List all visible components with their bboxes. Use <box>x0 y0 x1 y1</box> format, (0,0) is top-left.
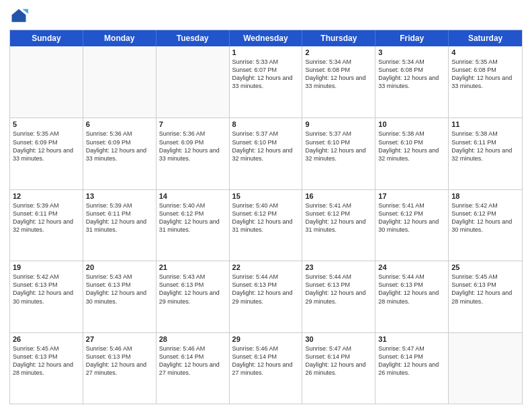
day-number: 19 <box>13 263 80 271</box>
day-info: Sunrise: 5:46 AM Sunset: 6:13 PM Dayligh… <box>86 345 153 377</box>
calendar-day-5: 5Sunrise: 5:35 AM Sunset: 6:09 PM Daylig… <box>10 118 83 189</box>
day-number: 31 <box>378 335 445 343</box>
day-info: Sunrise: 5:43 AM Sunset: 6:13 PM Dayligh… <box>159 273 226 306</box>
day-info: Sunrise: 5:45 AM Sunset: 6:13 PM Dayligh… <box>451 273 519 306</box>
header-day-wednesday: Wednesday <box>230 30 303 46</box>
day-number: 8 <box>232 120 300 128</box>
calendar-empty-cell <box>83 46 157 118</box>
day-number: 20 <box>86 263 153 271</box>
calendar-body: 1Sunrise: 5:33 AM Sunset: 6:07 PM Daylig… <box>10 46 522 404</box>
header-day-thursday: Thursday <box>302 30 375 46</box>
day-number: 1 <box>232 48 300 56</box>
calendar-day-28: 28Sunrise: 5:46 AM Sunset: 6:14 PM Dayli… <box>157 333 230 404</box>
logo <box>9 7 31 26</box>
day-number: 22 <box>232 263 300 271</box>
calendar-empty-cell <box>449 333 522 404</box>
day-info: Sunrise: 5:41 AM Sunset: 6:12 PM Dayligh… <box>378 201 445 234</box>
calendar-day-14: 14Sunrise: 5:40 AM Sunset: 6:12 PM Dayli… <box>157 190 230 261</box>
day-number: 18 <box>451 192 519 200</box>
calendar-day-11: 11Sunrise: 5:38 AM Sunset: 6:11 PM Dayli… <box>449 118 522 189</box>
day-number: 21 <box>159 263 226 271</box>
calendar-day-9: 9Sunrise: 5:37 AM Sunset: 6:10 PM Daylig… <box>302 118 375 189</box>
day-info: Sunrise: 5:46 AM Sunset: 6:14 PM Dayligh… <box>232 345 300 377</box>
day-number: 26 <box>13 335 80 343</box>
day-number: 4 <box>451 48 519 56</box>
calendar-day-4: 4Sunrise: 5:35 AM Sunset: 6:08 PM Daylig… <box>449 46 522 118</box>
day-number: 12 <box>13 192 80 200</box>
day-number: 5 <box>13 120 80 128</box>
day-number: 23 <box>305 263 372 271</box>
day-number: 27 <box>86 335 153 343</box>
calendar-day-25: 25Sunrise: 5:45 AM Sunset: 6:13 PM Dayli… <box>449 261 522 332</box>
day-info: Sunrise: 5:42 AM Sunset: 6:12 PM Dayligh… <box>451 201 519 234</box>
calendar-day-17: 17Sunrise: 5:41 AM Sunset: 6:12 PM Dayli… <box>375 190 449 261</box>
calendar-day-22: 22Sunrise: 5:44 AM Sunset: 6:13 PM Dayli… <box>230 261 303 332</box>
day-info: Sunrise: 5:37 AM Sunset: 6:10 PM Dayligh… <box>305 130 372 163</box>
calendar-day-30: 30Sunrise: 5:47 AM Sunset: 6:14 PM Dayli… <box>302 333 375 404</box>
calendar-day-3: 3Sunrise: 5:34 AM Sunset: 6:08 PM Daylig… <box>375 46 449 118</box>
day-info: Sunrise: 5:46 AM Sunset: 6:14 PM Dayligh… <box>159 345 226 377</box>
day-info: Sunrise: 5:34 AM Sunset: 6:08 PM Dayligh… <box>378 58 445 91</box>
calendar-day-2: 2Sunrise: 5:34 AM Sunset: 6:08 PM Daylig… <box>302 46 375 118</box>
day-number: 7 <box>159 120 226 128</box>
calendar-day-12: 12Sunrise: 5:39 AM Sunset: 6:11 PM Dayli… <box>10 190 83 261</box>
day-number: 15 <box>232 192 300 200</box>
calendar-day-27: 27Sunrise: 5:46 AM Sunset: 6:13 PM Dayli… <box>83 333 157 404</box>
calendar-day-8: 8Sunrise: 5:37 AM Sunset: 6:10 PM Daylig… <box>230 118 303 189</box>
day-info: Sunrise: 5:47 AM Sunset: 6:14 PM Dayligh… <box>305 345 372 377</box>
day-info: Sunrise: 5:37 AM Sunset: 6:10 PM Dayligh… <box>232 130 300 163</box>
calendar-empty-cell <box>10 46 83 118</box>
calendar-day-23: 23Sunrise: 5:44 AM Sunset: 6:13 PM Dayli… <box>302 261 375 332</box>
day-info: Sunrise: 5:44 AM Sunset: 6:13 PM Dayligh… <box>305 273 372 306</box>
calendar-day-13: 13Sunrise: 5:39 AM Sunset: 6:11 PM Dayli… <box>83 190 157 261</box>
calendar: SundayMondayTuesdayWednesdayThursdayFrid… <box>9 30 523 404</box>
calendar-empty-cell <box>157 46 230 118</box>
header-day-sunday: Sunday <box>10 30 83 46</box>
day-info: Sunrise: 5:41 AM Sunset: 6:12 PM Dayligh… <box>305 201 372 234</box>
page: SundayMondayTuesdayWednesdayThursdayFrid… <box>0 0 532 411</box>
day-info: Sunrise: 5:40 AM Sunset: 6:12 PM Dayligh… <box>159 201 226 234</box>
day-info: Sunrise: 5:40 AM Sunset: 6:12 PM Dayligh… <box>232 201 300 234</box>
calendar-day-19: 19Sunrise: 5:42 AM Sunset: 6:13 PM Dayli… <box>10 261 83 332</box>
calendar-day-29: 29Sunrise: 5:46 AM Sunset: 6:14 PM Dayli… <box>230 333 303 404</box>
header <box>9 7 523 26</box>
day-number: 10 <box>378 120 445 128</box>
calendar-day-6: 6Sunrise: 5:36 AM Sunset: 6:09 PM Daylig… <box>83 118 157 189</box>
logo-icon <box>9 7 28 26</box>
day-number: 28 <box>159 335 226 343</box>
day-info: Sunrise: 5:36 AM Sunset: 6:09 PM Dayligh… <box>86 130 153 163</box>
calendar-day-26: 26Sunrise: 5:45 AM Sunset: 6:13 PM Dayli… <box>10 333 83 404</box>
day-number: 30 <box>305 335 372 343</box>
day-number: 29 <box>232 335 300 343</box>
day-number: 14 <box>159 192 226 200</box>
day-number: 17 <box>378 192 445 200</box>
calendar-day-10: 10Sunrise: 5:38 AM Sunset: 6:10 PM Dayli… <box>375 118 449 189</box>
calendar-day-24: 24Sunrise: 5:44 AM Sunset: 6:13 PM Dayli… <box>375 261 449 332</box>
day-number: 13 <box>86 192 153 200</box>
calendar-day-31: 31Sunrise: 5:47 AM Sunset: 6:14 PM Dayli… <box>375 333 449 404</box>
day-number: 3 <box>378 48 445 56</box>
day-info: Sunrise: 5:38 AM Sunset: 6:10 PM Dayligh… <box>378 130 445 163</box>
day-info: Sunrise: 5:36 AM Sunset: 6:09 PM Dayligh… <box>159 130 226 163</box>
calendar-week-2: 5Sunrise: 5:35 AM Sunset: 6:09 PM Daylig… <box>10 118 522 189</box>
calendar-day-16: 16Sunrise: 5:41 AM Sunset: 6:12 PM Dayli… <box>302 190 375 261</box>
calendar-week-1: 1Sunrise: 5:33 AM Sunset: 6:07 PM Daylig… <box>10 46 522 118</box>
calendar-week-3: 12Sunrise: 5:39 AM Sunset: 6:11 PM Dayli… <box>10 189 522 261</box>
day-info: Sunrise: 5:33 AM Sunset: 6:07 PM Dayligh… <box>232 58 300 91</box>
calendar-header-row: SundayMondayTuesdayWednesdayThursdayFrid… <box>10 30 522 46</box>
day-info: Sunrise: 5:44 AM Sunset: 6:13 PM Dayligh… <box>232 273 300 306</box>
day-info: Sunrise: 5:34 AM Sunset: 6:08 PM Dayligh… <box>305 58 372 91</box>
calendar-day-7: 7Sunrise: 5:36 AM Sunset: 6:09 PM Daylig… <box>157 118 230 189</box>
day-number: 24 <box>378 263 445 271</box>
day-number: 2 <box>305 48 372 56</box>
calendar-day-21: 21Sunrise: 5:43 AM Sunset: 6:13 PM Dayli… <box>157 261 230 332</box>
day-info: Sunrise: 5:47 AM Sunset: 6:14 PM Dayligh… <box>378 345 445 377</box>
svg-marker-0 <box>12 9 26 22</box>
calendar-week-5: 26Sunrise: 5:45 AM Sunset: 6:13 PM Dayli… <box>10 332 522 404</box>
day-number: 25 <box>451 263 519 271</box>
day-info: Sunrise: 5:44 AM Sunset: 6:13 PM Dayligh… <box>378 273 445 306</box>
day-info: Sunrise: 5:39 AM Sunset: 6:11 PM Dayligh… <box>86 201 153 234</box>
calendar-day-20: 20Sunrise: 5:43 AM Sunset: 6:13 PM Dayli… <box>83 261 157 332</box>
header-day-saturday: Saturday <box>449 30 522 46</box>
day-number: 6 <box>86 120 153 128</box>
